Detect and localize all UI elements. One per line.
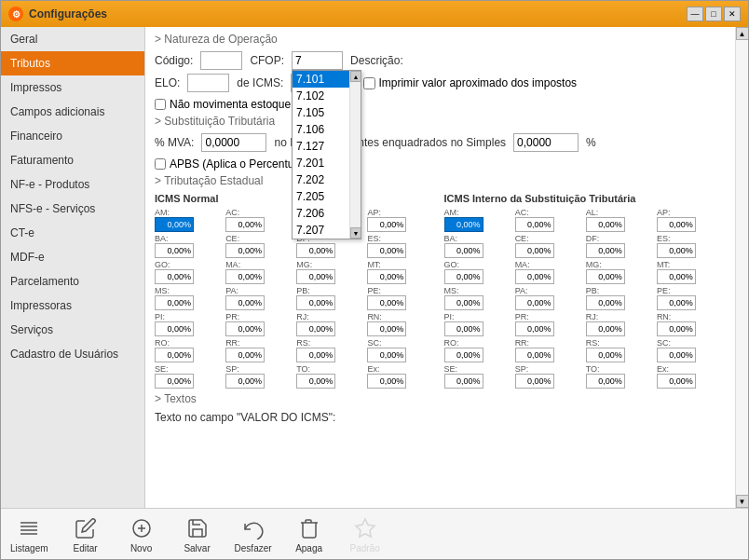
state-input-rs[interactable] xyxy=(296,348,335,362)
sub-state-input-ro[interactable] xyxy=(444,348,483,362)
state-input-mt[interactable] xyxy=(367,269,406,284)
sidebar-item-impressoras[interactable]: Impressoras xyxy=(1,294,144,318)
sub-state-input-to[interactable] xyxy=(586,374,625,389)
sub-state-input-rn[interactable] xyxy=(657,321,696,336)
dropdown-item-7102[interactable]: 7.102 xyxy=(293,88,349,104)
dropdown-item-7206[interactable]: 7.206 xyxy=(293,205,349,222)
dropdown-item-7105[interactable]: 7.105 xyxy=(293,104,349,121)
sub-state-input-pi[interactable] xyxy=(444,321,483,336)
state-input-pe[interactable] xyxy=(367,295,406,310)
restore-button[interactable]: □ xyxy=(705,7,722,21)
state-input-se[interactable] xyxy=(155,374,194,389)
sidebar-item-impressos[interactable]: Impressos xyxy=(1,75,144,100)
sidebar-item-cte[interactable]: CT-e xyxy=(1,221,144,245)
dropdown-item-7127[interactable]: 7.127 xyxy=(293,138,349,155)
sidebar-item-parcelamento[interactable]: Parcelamento xyxy=(1,269,144,294)
dropdown-item-7205[interactable]: 7.205 xyxy=(293,188,349,205)
apaga-button[interactable]: Apaga xyxy=(291,515,328,553)
sub-state-input-rj[interactable] xyxy=(586,321,625,336)
sub-state-input-ex[interactable] xyxy=(657,374,696,389)
sub-state-input-pb[interactable] xyxy=(586,295,625,310)
mva-right-input[interactable] xyxy=(513,133,579,152)
sub-state-input-df[interactable] xyxy=(586,243,625,258)
state-input-pb[interactable] xyxy=(296,295,335,310)
state-input-pa[interactable] xyxy=(225,295,265,310)
sub-state-input-pe[interactable] xyxy=(657,295,696,310)
sidebar-item-financeiro[interactable]: Financeiro xyxy=(1,124,144,148)
sub-state-input-sc[interactable] xyxy=(657,348,696,362)
state-input-rn[interactable] xyxy=(367,321,406,336)
mva-input[interactable] xyxy=(201,133,266,152)
sidebar-item-geral[interactable]: Geral xyxy=(1,27,144,51)
scroll-up-button[interactable]: ▲ xyxy=(736,27,749,40)
sidebar-item-nfe[interactable]: NF-e - Produtos xyxy=(1,172,144,197)
state-input-ex[interactable] xyxy=(367,374,406,389)
dropdown-item-7106[interactable]: 7.106 xyxy=(293,121,349,138)
state-input-ba[interactable] xyxy=(155,243,194,258)
sidebar-item-cadastro[interactable]: Cadastro de Usuários xyxy=(1,342,144,366)
elo-input[interactable] xyxy=(187,74,229,92)
sub-state-input-sp[interactable] xyxy=(515,374,554,389)
listagem-button[interactable]: Listagem xyxy=(10,515,48,553)
state-input-ro[interactable] xyxy=(155,348,194,362)
sub-state-input-go[interactable] xyxy=(444,269,483,284)
state-input-ac[interactable] xyxy=(225,217,265,232)
apbs-checkbox[interactable] xyxy=(155,158,166,170)
state-input-ce[interactable] xyxy=(225,243,265,258)
sub-state-input-ac[interactable] xyxy=(515,217,554,232)
sub-state-input-ms[interactable] xyxy=(444,295,483,310)
imprimir-checkbox[interactable] xyxy=(363,77,375,89)
nao-movimenta-checkbox[interactable] xyxy=(155,99,166,110)
sidebar-item-nfse[interactable]: NFS-e - Serviços xyxy=(1,197,144,221)
sidebar-item-campos[interactable]: Campos adicionais xyxy=(1,100,144,124)
state-input-sp[interactable] xyxy=(225,374,265,389)
sidebar-item-tributos[interactable]: Tributos xyxy=(1,51,144,75)
scroll-track[interactable] xyxy=(736,40,748,495)
sidebar-item-faturamento[interactable]: Faturamento xyxy=(1,148,144,172)
state-input-go[interactable] xyxy=(155,269,194,284)
state-input-es[interactable] xyxy=(367,243,406,258)
sub-state-input-ma[interactable] xyxy=(515,269,554,284)
dropdown-scroll-down[interactable]: ▼ xyxy=(350,227,361,239)
codigo-input[interactable] xyxy=(200,51,242,70)
sub-state-input-pr[interactable] xyxy=(515,321,554,336)
sub-state-input-rr[interactable] xyxy=(515,348,554,362)
sub-state-input-ba[interactable] xyxy=(444,243,483,258)
state-input-df[interactable] xyxy=(296,243,335,258)
sub-state-input-es[interactable] xyxy=(657,243,696,258)
state-input-sc[interactable] xyxy=(367,348,406,362)
scroll-down-button[interactable]: ▼ xyxy=(736,495,749,508)
state-input-pi[interactable] xyxy=(155,321,194,336)
sub-state-input-pa[interactable] xyxy=(515,295,554,310)
dropdown-item-7202[interactable]: 7.202 xyxy=(293,171,349,188)
dropdown-item-7201[interactable]: 7.201 xyxy=(293,155,349,171)
state-input-ap[interactable] xyxy=(367,217,406,232)
close-button[interactable]: ✕ xyxy=(724,7,741,21)
dropdown-item-7207[interactable]: 7.207 xyxy=(293,222,349,239)
novo-button[interactable]: Novo xyxy=(123,515,160,553)
state-input-to[interactable] xyxy=(296,374,335,389)
padrao-button[interactable]: Padrão xyxy=(347,515,384,553)
sidebar-item-servicos[interactable]: Serviços xyxy=(1,318,144,342)
minimize-button[interactable]: — xyxy=(687,7,703,21)
sub-state-input-al[interactable] xyxy=(586,217,625,232)
state-input-rj[interactable] xyxy=(296,321,335,336)
dropdown-scroll-up[interactable]: ▲ xyxy=(350,71,361,82)
state-input-ma[interactable] xyxy=(225,269,265,284)
sub-state-input-ce[interactable] xyxy=(515,243,554,258)
sub-state-input-am[interactable] xyxy=(444,217,483,232)
sub-state-input-mt[interactable] xyxy=(657,269,696,284)
editar-button[interactable]: Editar xyxy=(67,515,104,553)
cfop-input[interactable] xyxy=(292,51,343,70)
salvar-button[interactable]: Salvar xyxy=(179,515,216,553)
sub-state-input-se[interactable] xyxy=(444,374,483,389)
sidebar-item-mdfe[interactable]: MDF-e xyxy=(1,245,144,269)
dropdown-item-7101[interactable]: 7.101 xyxy=(293,71,349,88)
state-input-am[interactable] xyxy=(155,217,194,232)
desfazer-button[interactable]: Desfazer xyxy=(235,515,272,553)
state-input-rr[interactable] xyxy=(225,348,265,362)
sub-state-input-mg[interactable] xyxy=(586,269,625,284)
state-input-mg[interactable] xyxy=(296,269,335,284)
state-input-ms[interactable] xyxy=(155,295,194,310)
sub-state-input-rs[interactable] xyxy=(586,348,625,362)
